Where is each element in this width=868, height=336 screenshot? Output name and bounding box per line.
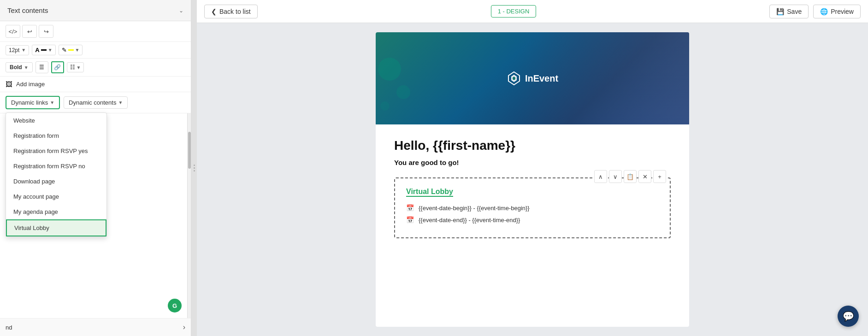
highlight-caret: ▼ (75, 47, 80, 53)
calendar-begin-icon: 📅 (406, 204, 414, 212)
font-color-button[interactable]: A ▼ (32, 45, 55, 55)
highlight-swatch (68, 49, 74, 51)
email-selected-block[interactable]: ∧ ∨ 📋 ✕ + Virtual Lobby 📅 {{event-date-b… (394, 177, 671, 238)
left-panel: Text contents ⌄ </> ↩ ↪ 12pt ▼ A ▼ ✎ ▼ B… (0, 0, 191, 336)
panel-header: Text contents ⌄ (0, 0, 191, 21)
dynamic-contents-label: Dynamic contents (69, 99, 116, 106)
font-color-letter: A (35, 47, 39, 53)
dropdown-item-download[interactable]: Download page (6, 174, 106, 189)
dynamic-contents-caret: ▼ (118, 100, 123, 105)
code-button[interactable]: </> (6, 25, 20, 38)
dynamic-links-button[interactable]: Dynamic links ▼ (6, 96, 60, 109)
main-area: ❮ Back to list 1 - DESIGN 💾 Save 🌐 Previ… (197, 0, 868, 336)
block-down-button[interactable]: ∨ (609, 170, 622, 183)
table-button[interactable]: ☷ ▼ (67, 62, 84, 72)
dynamic-links-caret: ▼ (50, 100, 54, 105)
font-size-select[interactable]: 12pt ▼ (6, 45, 29, 55)
list-icon: ☰ (39, 64, 44, 71)
chat-bubble-icon: 💬 (843, 311, 854, 322)
block-copy-button[interactable]: 📋 (624, 170, 637, 183)
email-card: InEvent Hello, {{first-name}} You are go… (376, 32, 689, 327)
top-bar: ❮ Back to list 1 - DESIGN 💾 Save 🌐 Previ… (197, 0, 868, 23)
design-badge-label: 1 - DESIGN (498, 8, 530, 15)
event-date-end-text: {{event-date-end}} - {{event-time-end}} (419, 217, 520, 224)
email-preview-container: InEvent Hello, {{first-name}} You are go… (197, 23, 868, 336)
back-to-list-label: Back to list (219, 8, 251, 15)
event-date-begin-row: 📅 {{event-date-begin}} - {{event-time-be… (406, 204, 659, 212)
add-image-label: Add image (16, 81, 45, 88)
dynamic-contents-button[interactable]: Dynamic contents ▼ (64, 96, 128, 109)
preview-label: Preview (831, 8, 854, 15)
email-subtitle: You are good to go! (394, 159, 671, 166)
panel-title: Text contents (7, 6, 48, 14)
add-image-row[interactable]: 🖼 Add image (0, 77, 191, 92)
toolbar-row1: </> ↩ ↪ (0, 21, 191, 42)
expand-button[interactable]: › (183, 323, 185, 331)
back-arrow-icon: ❮ (211, 8, 217, 15)
block-add-button[interactable]: + (653, 170, 666, 183)
email-banner: InEvent (376, 32, 689, 124)
dropdown-item-reg-rsvp-no[interactable]: Registration form RSVP no (6, 159, 106, 174)
undo-button[interactable]: ↩ (22, 25, 37, 38)
list-button[interactable]: ☰ (35, 61, 48, 73)
dropdown-item-reg-rsvp-yes[interactable]: Registration form RSVP yes (6, 143, 106, 159)
table-caret: ▼ (77, 65, 81, 70)
font-size-caret: ▼ (21, 47, 26, 53)
save-button[interactable]: 💾 Save (769, 5, 809, 18)
dropdown-item-reg-form[interactable]: Registration form (6, 128, 106, 143)
dynamic-links-label: Dynamic links (11, 99, 48, 106)
dropdown-item-my-agenda[interactable]: My agenda page (6, 204, 106, 219)
inevent-logo-text: InEvent (525, 73, 558, 84)
dropdown-item-website[interactable]: Website (6, 113, 106, 128)
email-body: Hello, {{first-name}} You are good to go… (376, 124, 689, 257)
grammarly-button[interactable]: G (168, 299, 182, 312)
email-logo: InEvent (507, 71, 558, 86)
dropdown-item-my-account[interactable]: My account page (6, 189, 106, 204)
resize-dots (194, 165, 195, 171)
font-style-value: Bold (10, 64, 22, 71)
event-date-begin-text: {{event-date-begin}} - {{event-time-begi… (419, 205, 530, 212)
link-icon: 🔗 (54, 64, 61, 71)
save-label: Save (787, 8, 802, 15)
highlight-button[interactable]: ✎ ▼ (59, 45, 83, 55)
dynamic-links-dropdown: Website Registration form Registration f… (6, 112, 107, 237)
virtual-lobby-link[interactable]: Virtual Lobby (406, 188, 453, 197)
dropdown-item-virtual-lobby[interactable]: Virtual Lobby (6, 219, 106, 236)
block-controls: ∧ ∨ 📋 ✕ + (594, 170, 666, 183)
font-style-caret: ▼ (24, 65, 29, 70)
chevron-down-icon[interactable]: ⌄ (179, 7, 183, 14)
design-badge: 1 - DESIGN (491, 5, 537, 18)
save-icon: 💾 (776, 8, 784, 15)
email-greeting: Hello, {{first-name}} (394, 138, 671, 153)
redo-button[interactable]: ↪ (39, 25, 53, 38)
block-delete-button[interactable]: ✕ (638, 170, 651, 183)
block-up-button[interactable]: ∧ (594, 170, 607, 183)
scroll-thumb (188, 132, 191, 169)
table-icon: ☷ (70, 64, 75, 71)
preview-button[interactable]: 🌐 Preview (813, 5, 861, 18)
back-to-list-button[interactable]: ❮ Back to list (204, 5, 258, 18)
font-color-caret: ▼ (48, 47, 53, 53)
preview-icon: 🌐 (820, 8, 828, 15)
toolbar-row2: 12pt ▼ A ▼ ✎ ▼ (0, 42, 191, 59)
top-right-actions: 💾 Save 🌐 Preview (769, 5, 861, 18)
font-color-swatch (41, 49, 47, 51)
calendar-end-icon: 📅 (406, 216, 414, 224)
dynamic-links-row: Dynamic links ▼ Dynamic contents ▼ Websi… (0, 92, 191, 113)
toolbar-row3: Bold ▼ ☰ 🔗 ☷ ▼ (0, 59, 191, 77)
highlight-icon: ✎ (62, 47, 67, 53)
font-size-value: 12pt (9, 47, 19, 53)
resize-handle[interactable] (191, 0, 197, 336)
event-date-end-row: 📅 {{event-date-end}} - {{event-time-end}… (406, 216, 659, 224)
chat-bubble-button[interactable]: 💬 (838, 306, 859, 327)
scrollbar-track[interactable] (187, 113, 191, 318)
bottom-nav: nd › (0, 318, 191, 336)
font-style-select[interactable]: Bold ▼ (6, 62, 33, 72)
inevent-logo-icon (507, 71, 521, 86)
link-button[interactable]: 🔗 (51, 61, 64, 73)
add-image-icon: 🖼 (6, 80, 12, 88)
bottom-nd-label: nd (6, 324, 183, 331)
